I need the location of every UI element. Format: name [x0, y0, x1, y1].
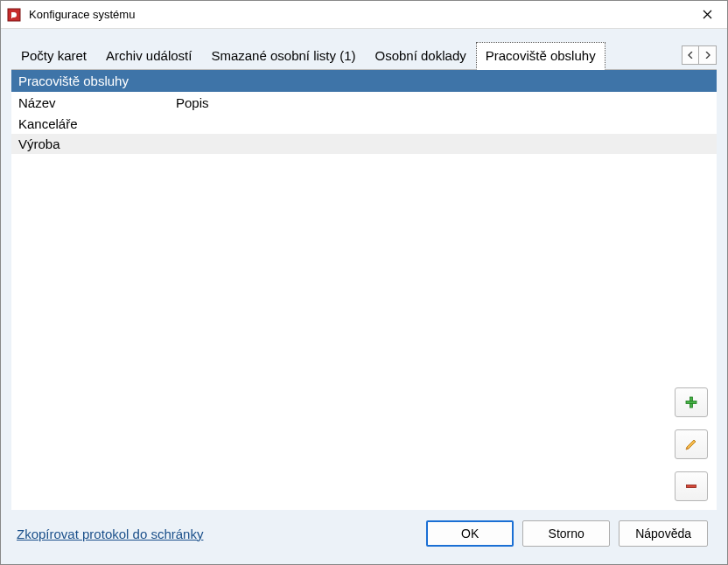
- help-button[interactable]: Nápověda: [619, 520, 708, 547]
- section-header: Pracoviště obsluhy: [11, 70, 717, 92]
- edit-button[interactable]: [675, 429, 708, 459]
- client-area: Počty karet Archiv událostí Smazané osob…: [1, 29, 727, 564]
- minus-icon: [684, 479, 698, 493]
- tab-osobni-doklady[interactable]: Osobní doklady: [366, 42, 476, 70]
- cell-name: Kanceláře: [11, 114, 169, 134]
- chevron-left-icon: [688, 52, 693, 59]
- column-header-desc[interactable]: Popis: [169, 92, 577, 114]
- close-icon: [703, 10, 712, 19]
- window: Konfigurace systému Počty karet Archiv u…: [0, 0, 728, 565]
- close-button[interactable]: [687, 1, 727, 29]
- chevron-right-icon: [705, 52, 710, 59]
- table-row[interactable]: Výroba: [11, 134, 717, 154]
- remove-button[interactable]: [675, 471, 708, 501]
- grid: Název Popis Kanceláře Výroba: [11, 92, 717, 510]
- table-row[interactable]: Kanceláře: [11, 114, 717, 134]
- tabstrip: Počty karet Archiv událostí Smazané osob…: [11, 41, 717, 69]
- tab-scroll-left[interactable]: [682, 45, 699, 65]
- pencil-icon: [684, 437, 698, 451]
- tab-archiv-udalosti[interactable]: Archiv událostí: [96, 42, 201, 70]
- svg-rect-2: [686, 401, 696, 404]
- tab-scroll-right[interactable]: [699, 45, 717, 65]
- tab-pocty-karet[interactable]: Počty karet: [11, 42, 96, 70]
- cancel-button[interactable]: Storno: [522, 520, 610, 547]
- add-button[interactable]: [675, 387, 708, 417]
- tab-pracoviste-obsluhy[interactable]: Pracoviště obsluhy: [476, 42, 606, 70]
- ok-button[interactable]: OK: [426, 520, 514, 547]
- window-title: Konfigurace systému: [29, 8, 687, 21]
- plus-icon: [684, 395, 698, 409]
- cell-desc: [169, 114, 577, 134]
- tab-smazane-osobni-listy[interactable]: Smazané osobní listy (1): [201, 42, 365, 70]
- tab-panel: Pracoviště obsluhy Název Popis Kanceláře…: [11, 69, 717, 510]
- tabs: Počty karet Archiv událostí Smazané osob…: [11, 41, 606, 69]
- grid-header: Název Popis: [11, 92, 717, 114]
- copy-protocol-link[interactable]: Zkopírovat protokol do schránky: [17, 527, 203, 541]
- column-header-name[interactable]: Název: [11, 92, 169, 114]
- titlebar: Konfigurace systému: [1, 1, 727, 29]
- side-buttons: [675, 387, 708, 501]
- tab-scroll-arrows: [682, 41, 717, 69]
- svg-rect-3: [687, 485, 696, 488]
- cell-name: Výroba: [11, 134, 169, 154]
- app-icon: [6, 7, 22, 23]
- footer: Zkopírovat protokol do schránky OK Storn…: [11, 510, 717, 555]
- cell-desc: [169, 134, 577, 154]
